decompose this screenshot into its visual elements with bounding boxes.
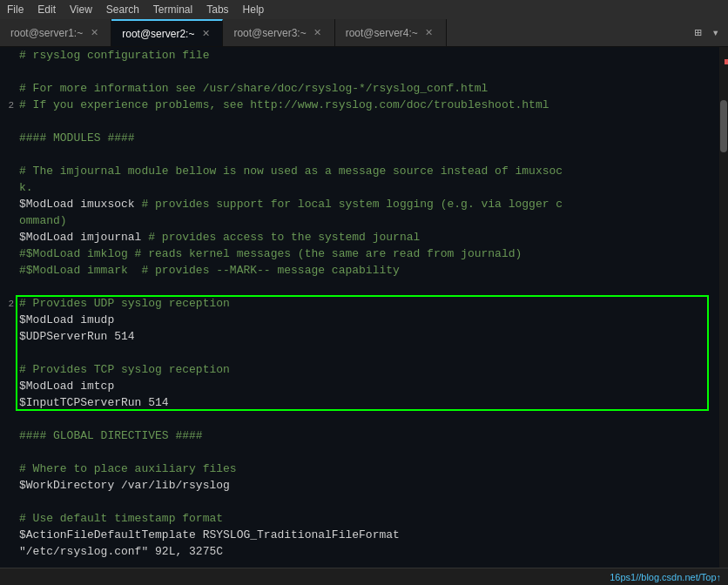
- scrollbar[interactable]: [719, 47, 728, 568]
- tab-server2-close[interactable]: ✕: [199, 28, 212, 40]
- menu-bar: File Edit View Search Terminal Tabs Help: [0, 0, 728, 19]
- gutter-27: [0, 477, 16, 494]
- line-11: ommand): [19, 212, 716, 229]
- tab-bar: root@server1:~ ✕ root@server2:~ ✕ root@s…: [0, 19, 728, 47]
- line-28: [19, 494, 716, 510]
- gutter-8: [0, 163, 16, 179]
- line-6: #### MODULES ####: [19, 130, 716, 146]
- menu-view[interactable]: View: [70, 3, 92, 16]
- gutter-12: [0, 229, 16, 245]
- tab-server2-label: root@server2:~: [122, 28, 194, 40]
- tab-server3-label: root@server3:~: [233, 27, 306, 39]
- gutter-16: 2: [0, 295, 16, 312]
- line-22-highlighted: $InputTCPServerRun 514: [19, 394, 716, 411]
- menu-terminal[interactable]: Terminal: [153, 3, 192, 16]
- terminal-container: 2 2 # rsyslog configuration file: [0, 47, 728, 568]
- scrollbar-error-indicator: [725, 59, 728, 64]
- line-18-highlighted: $UDPServerRun 514: [19, 328, 716, 345]
- tab-server4-label: root@server4:~: [346, 27, 418, 39]
- line-24: #### GLOBAL DIRECTIVES ####: [19, 427, 716, 444]
- line-16-highlighted: # Provides UDP syslog reception: [19, 295, 716, 312]
- menu-help[interactable]: Help: [243, 3, 265, 16]
- terminal-content[interactable]: # rsyslog configuration file # For more …: [16, 47, 719, 568]
- tab-actions: ⊞ ▾: [691, 24, 728, 42]
- line-7: [19, 146, 716, 163]
- gutter-30: [0, 527, 16, 543]
- tab-dropdown-button[interactable]: ▾: [709, 24, 723, 42]
- line-1: # rsyslog configuration file: [19, 47, 716, 64]
- line-number-gutter: 2 2: [0, 47, 16, 568]
- gutter-17: [0, 312, 16, 328]
- line-3: # For more information see /usr/share/do…: [19, 80, 716, 97]
- line-30: $ActionFileDefaultTemplate RSYSLOG_Tradi…: [19, 527, 716, 543]
- gutter-13: [0, 245, 16, 262]
- line-31: "/etc/rsyslog.conf" 92L, 3275C: [19, 543, 716, 560]
- gutter-6: [0, 130, 16, 146]
- gutter-4: 2: [0, 97, 16, 113]
- line-21-highlighted: $ModLoad imtcp: [19, 378, 716, 394]
- line-17-highlighted: $ModLoad imudp: [19, 312, 716, 328]
- gutter-5: [0, 113, 16, 130]
- gutter-26: [0, 461, 16, 477]
- gutter-21: [0, 378, 16, 394]
- gutter-11: [0, 212, 16, 229]
- line-20-highlighted: # Provides TCP syslog reception: [19, 361, 716, 378]
- gutter-29: [0, 510, 16, 527]
- status-bar: 16ps1//blog.csdn.net/Top↑: [0, 568, 728, 585]
- gutter-9: [0, 179, 16, 196]
- scrollbar-thumb[interactable]: [720, 100, 727, 152]
- tab-server1-close[interactable]: ✕: [88, 27, 100, 39]
- tab-server1[interactable]: root@server1:~ ✕: [0, 19, 111, 46]
- gutter-20: [0, 361, 16, 378]
- menu-tabs[interactable]: Tabs: [206, 3, 228, 16]
- tab-server1-label: root@server1:~: [10, 27, 83, 39]
- line-12: $ModLoad imjournal # provides access to …: [19, 229, 716, 245]
- line-25: [19, 444, 716, 461]
- line-19-highlighted: [19, 345, 716, 361]
- line-15: [19, 279, 716, 295]
- line-5: [19, 113, 716, 130]
- line-27: $WorkDirectory /var/lib/rsyslog: [19, 477, 716, 494]
- gutter-24: [0, 427, 16, 444]
- gutter-3: [0, 80, 16, 97]
- gutter-23: [0, 411, 16, 427]
- menu-edit[interactable]: Edit: [37, 3, 56, 16]
- line-14: #$ModLoad immark # provides --MARK-- mes…: [19, 262, 716, 279]
- tab-server2[interactable]: root@server2:~ ✕: [111, 19, 223, 46]
- gutter-28: [0, 494, 16, 510]
- gutter-18: [0, 328, 16, 345]
- gutter-2: [0, 64, 16, 80]
- tab-server4-close[interactable]: ✕: [423, 27, 435, 39]
- menu-file[interactable]: File: [7, 3, 24, 16]
- gutter-10: [0, 196, 16, 212]
- gutter-14: [0, 262, 16, 279]
- line-9: k.: [19, 179, 716, 196]
- gutter-7: [0, 146, 16, 163]
- menu-search[interactable]: Search: [106, 3, 139, 16]
- new-tab-button[interactable]: ⊞: [691, 24, 704, 42]
- line-23: [19, 411, 716, 427]
- tab-server3-close[interactable]: ✕: [312, 27, 324, 39]
- status-link[interactable]: 16ps1//blog.csdn.net/Top↑: [610, 572, 721, 582]
- line-8: # The imjournal module bellow is now use…: [19, 163, 716, 179]
- gutter-1: [0, 47, 16, 64]
- line-2: [19, 64, 716, 80]
- gutter-19: [0, 345, 16, 361]
- gutter-15: [0, 279, 16, 295]
- line-26: # Where to place auxiliary files: [19, 461, 716, 477]
- gutter-25: [0, 444, 16, 461]
- line-29: # Use default timestamp format: [19, 510, 716, 527]
- line-13: #$ModLoad imklog # reads kernel messages…: [19, 245, 716, 262]
- gutter-31: [0, 543, 16, 560]
- line-10: $ModLoad imuxsock # provides support for…: [19, 196, 716, 212]
- tab-server3[interactable]: root@server3:~ ✕: [223, 19, 334, 46]
- tab-server4[interactable]: root@server4:~ ✕: [335, 19, 447, 46]
- line-4: # If you experience problems, see http:/…: [19, 97, 716, 113]
- gutter-22: [0, 394, 16, 411]
